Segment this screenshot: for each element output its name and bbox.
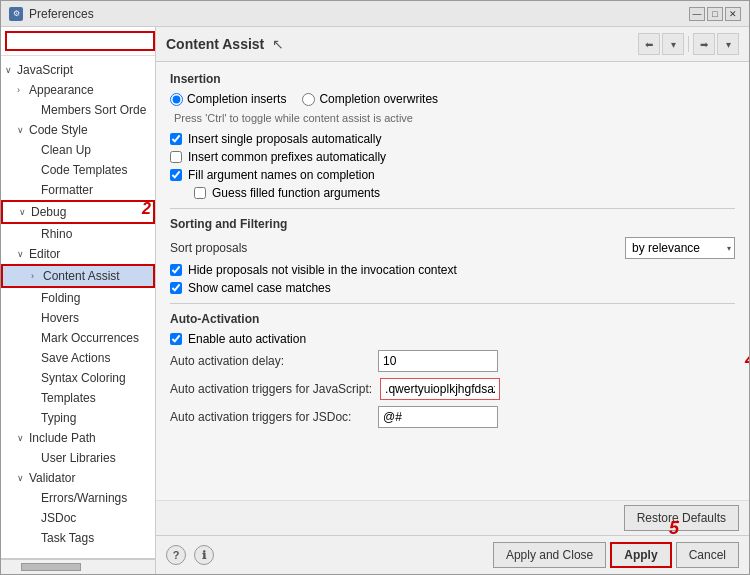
annotation-4: 4	[745, 350, 749, 371]
tree-item-label: Formatter	[41, 182, 93, 198]
tree-item-label: Content Assist	[43, 268, 120, 284]
nav-dropdown-button[interactable]: ▾	[662, 33, 684, 55]
expand-icon: ∨	[5, 62, 15, 78]
sort-dropdown[interactable]: by relevance alphabetically	[625, 237, 735, 259]
checkbox-enable-auto[interactable]: Enable auto activation	[170, 332, 735, 346]
minimize-button[interactable]: —	[689, 7, 705, 21]
radio-completion-overwrites[interactable]: Completion overwrites	[302, 92, 438, 106]
tree-item-clean-up[interactable]: Clean Up	[1, 140, 155, 160]
annotation-2: 2	[142, 200, 151, 218]
tree-item-hovers[interactable]: Hovers	[1, 308, 155, 328]
tree-item-debug[interactable]: ∨ Debug	[1, 200, 155, 224]
help-button[interactable]: ?	[166, 545, 186, 565]
checkbox-single-proposals-input[interactable]	[170, 133, 182, 145]
bottom-right: 5 Apply and Close Apply Cancel	[493, 542, 739, 568]
checkbox-common-prefixes[interactable]: Insert common prefixes automatically	[170, 150, 735, 164]
apply-and-close-button[interactable]: Apply and Close	[493, 542, 606, 568]
tree-item-task-tags[interactable]: Task Tags	[1, 528, 155, 548]
checkbox-guess-function[interactable]: Guess filled function arguments	[170, 186, 735, 200]
auto-jsdoc-row: Auto activation triggers for JSDoc:	[170, 406, 735, 428]
radio-overwrites-label: Completion overwrites	[319, 92, 438, 106]
expand-icon: ›	[31, 268, 41, 284]
tree-item-label: JSDoc	[41, 510, 76, 526]
tree-item-label: Members Sort Orde	[41, 102, 146, 118]
auto-activation-section-title: Auto-Activation	[170, 312, 735, 326]
info-button[interactable]: ℹ	[194, 545, 214, 565]
tree-item-errors-warnings[interactable]: Errors/Warnings	[1, 488, 155, 508]
auto-js-input[interactable]	[380, 378, 500, 400]
apply-button[interactable]: Apply	[610, 542, 671, 568]
checkbox-enable-auto-input[interactable]	[170, 333, 182, 345]
search-box: javaScript ✕ 1	[1, 27, 155, 56]
checkbox-enable-auto-label: Enable auto activation	[188, 332, 306, 346]
tree-item-label: Syntax Coloring	[41, 370, 126, 386]
tree-item-formatter[interactable]: Formatter	[1, 180, 155, 200]
tree-item-label: Clean Up	[41, 142, 91, 158]
checkbox-fill-arguments-input[interactable]	[170, 169, 182, 181]
radio-inserts-label: Completion inserts	[187, 92, 286, 106]
auto-jsdoc-input[interactable]	[378, 406, 498, 428]
tree-item-typing[interactable]: Typing	[1, 408, 155, 428]
tree-item-folding[interactable]: Folding	[1, 288, 155, 308]
auto-js-row: Auto activation triggers for JavaScript:	[170, 378, 735, 400]
auto-delay-label: Auto activation delay:	[170, 354, 370, 368]
checkbox-show-camel-input[interactable]	[170, 282, 182, 294]
ctrl-hint: Press 'Ctrl' to toggle while content ass…	[170, 112, 735, 124]
tree-item-mark-occurrences[interactable]: Mark Occurrences	[1, 328, 155, 348]
tree-item-save-actions[interactable]: Save Actions	[1, 348, 155, 368]
tree-item-editor[interactable]: ∨ Editor	[1, 244, 155, 264]
expand-icon: ›	[17, 82, 27, 98]
panel-header: Content Assist ↖ ⬅ ▾ ➡ ▾	[156, 27, 749, 62]
checkbox-single-proposals[interactable]: Insert single proposals automatically	[170, 132, 735, 146]
tree-item-label: Task Tags	[41, 530, 94, 546]
close-button[interactable]: ✕	[725, 7, 741, 21]
main-content: javaScript ✕ 1 ∨ JavaScript › Appearance	[1, 27, 749, 574]
tree-item-label: Save Actions	[41, 350, 110, 366]
tree-item-label: Include Path	[29, 430, 96, 446]
tree-item-rhino[interactable]: Rhino	[1, 224, 155, 244]
tree-item-content-assist[interactable]: › Content Assist	[1, 264, 155, 288]
checkbox-common-prefixes-input[interactable]	[170, 151, 182, 163]
sort-proposals-label: Sort proposals	[170, 241, 247, 255]
nav-forward-button[interactable]: ➡	[693, 33, 715, 55]
tree-item-code-templates[interactable]: Code Templates	[1, 160, 155, 180]
nav-forward-dropdown-button[interactable]: ▾	[717, 33, 739, 55]
tree-item-validator[interactable]: ∨ Validator	[1, 468, 155, 488]
radio-overwrites-input[interactable]	[302, 93, 315, 106]
tree-item-javascript[interactable]: ∨ JavaScript	[1, 60, 155, 80]
checkbox-hide-proposals-input[interactable]	[170, 264, 182, 276]
tree-item-label: Appearance	[29, 82, 94, 98]
cancel-button[interactable]: Cancel	[676, 542, 739, 568]
tree-item-templates[interactable]: Templates	[1, 388, 155, 408]
sort-dropdown-wrap: by relevance alphabetically ▾	[625, 237, 735, 259]
sorting-section-title: Sorting and Filtering	[170, 217, 735, 231]
divider-1	[170, 208, 735, 209]
auto-delay-row: Auto activation delay:	[170, 350, 735, 372]
expand-icon: ∨	[17, 430, 27, 446]
auto-delay-input[interactable]	[378, 350, 498, 372]
checkbox-fill-arguments[interactable]: Fill argument names on completion	[170, 168, 735, 182]
tree-item-jsdoc[interactable]: JSDoc	[1, 508, 155, 528]
radio-completion-inserts[interactable]: Completion inserts	[170, 92, 286, 106]
restore-row: Restore Defaults	[156, 500, 749, 535]
checkbox-guess-function-input[interactable]	[194, 187, 206, 199]
tree-item-include-path[interactable]: ∨ Include Path	[1, 428, 155, 448]
sidebar-scrollbar[interactable]	[1, 558, 155, 574]
radio-inserts-input[interactable]	[170, 93, 183, 106]
tree-item-syntax-coloring[interactable]: Syntax Coloring	[1, 368, 155, 388]
search-input[interactable]: javaScript	[5, 31, 155, 51]
tree-item-code-style[interactable]: ∨ Code Style	[1, 120, 155, 140]
tree-item-label: JavaScript	[17, 62, 73, 78]
tree-item-appearance[interactable]: › Appearance	[1, 80, 155, 100]
tree-item-user-libraries[interactable]: User Libraries	[1, 448, 155, 468]
sidebar: javaScript ✕ 1 ∨ JavaScript › Appearance	[1, 27, 156, 574]
checkbox-show-camel[interactable]: Show camel case matches	[170, 281, 735, 295]
nav-back-button[interactable]: ⬅	[638, 33, 660, 55]
content-area: Insertion Completion inserts Completion …	[156, 62, 749, 500]
sort-row: Sort proposals by relevance alphabetical…	[170, 237, 735, 259]
restore-defaults-button[interactable]: Restore Defaults	[624, 505, 739, 531]
bottom-bar: ? ℹ 5 Apply and Close Apply Cancel	[156, 535, 749, 574]
checkbox-hide-proposals[interactable]: Hide proposals not visible in the invoca…	[170, 263, 735, 277]
tree-item-members-sort[interactable]: Members Sort Orde	[1, 100, 155, 120]
maximize-button[interactable]: □	[707, 7, 723, 21]
